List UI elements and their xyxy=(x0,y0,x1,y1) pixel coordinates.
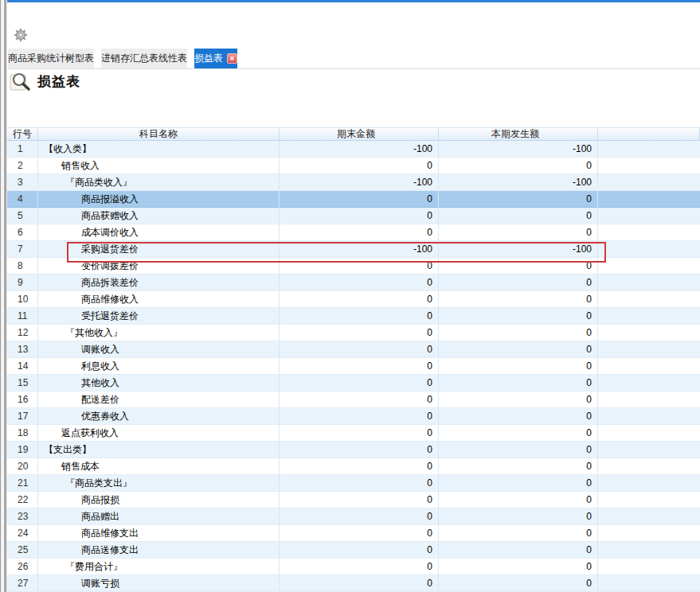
table-row[interactable]: 20 销售成本 0 0 xyxy=(7,458,700,475)
cell-subject-name[interactable]: 商品维修收入 xyxy=(38,291,280,308)
table-row[interactable]: 26 『费用合计』 0 0 xyxy=(7,559,700,575)
cell-current-amount[interactable]: 0 xyxy=(439,375,598,391)
cell-current-amount[interactable]: 0 xyxy=(439,391,598,408)
cell-current-amount[interactable]: 0 xyxy=(439,325,598,341)
document-tab[interactable]: 损益表 × xyxy=(194,49,237,68)
cell-ending-amount[interactable]: 0 xyxy=(280,575,439,592)
close-icon[interactable]: × xyxy=(227,53,237,64)
table-row[interactable]: 27 调账亏损 0 0 xyxy=(7,575,700,592)
cell-ending-amount[interactable]: 0 xyxy=(280,508,439,525)
cell-ending-amount[interactable]: 0 xyxy=(280,475,439,492)
column-header-subject[interactable]: 科目名称 xyxy=(38,128,280,140)
cell-ending-amount[interactable]: 0 xyxy=(280,291,439,308)
table-row[interactable]: 11 受托退货差价 0 0 xyxy=(7,308,700,325)
cell-current-amount[interactable]: 0 xyxy=(439,258,598,275)
table-row[interactable]: 7 采购退货差价 -100 -100 xyxy=(7,241,700,258)
cell-current-amount[interactable]: 0 xyxy=(439,208,598,224)
cell-ending-amount[interactable]: 0 xyxy=(280,442,439,458)
document-tab[interactable]: 进销存汇总表线性表 × xyxy=(101,49,187,68)
table-row[interactable]: 14 利息收入 0 0 xyxy=(7,358,700,375)
cell-subject-name[interactable]: 『商品类收入』 xyxy=(38,174,280,191)
cell-current-amount[interactable]: 0 xyxy=(439,425,598,442)
cell-current-amount[interactable]: 0 xyxy=(439,458,598,475)
table-row[interactable]: 19 【支出类】 0 0 xyxy=(7,442,700,458)
cell-ending-amount[interactable]: 0 xyxy=(280,525,439,542)
column-header-ending[interactable]: 期末金额 xyxy=(280,128,439,140)
cell-current-amount[interactable]: 0 xyxy=(439,191,598,208)
cell-ending-amount[interactable]: 0 xyxy=(280,391,439,408)
cell-ending-amount[interactable]: 0 xyxy=(280,425,439,442)
cell-current-amount[interactable]: 0 xyxy=(439,475,598,492)
table-row[interactable]: 1 【收入类】 -100 -100 xyxy=(7,141,700,158)
cell-subject-name[interactable]: 调账收入 xyxy=(38,341,280,358)
cell-current-amount[interactable]: 0 xyxy=(439,158,598,174)
cell-ending-amount[interactable]: 0 xyxy=(280,458,439,475)
cell-ending-amount[interactable]: 0 xyxy=(280,308,439,325)
cell-current-amount[interactable]: 0 xyxy=(439,542,598,559)
cell-subject-name[interactable]: 采购退货差价 xyxy=(38,241,280,258)
table-row[interactable]: 13 调账收入 0 0 xyxy=(7,341,700,358)
cell-current-amount[interactable]: 0 xyxy=(439,492,598,508)
cell-subject-name[interactable]: 『商品类支出』 xyxy=(38,475,280,492)
table-row[interactable]: 2 销售收入 0 0 xyxy=(7,158,700,174)
cell-ending-amount[interactable]: 0 xyxy=(280,492,439,508)
cell-ending-amount[interactable]: 0 xyxy=(280,224,439,241)
cell-subject-name[interactable]: 【支出类】 xyxy=(38,442,280,458)
cell-ending-amount[interactable]: -100 xyxy=(280,141,439,158)
table-row[interactable]: 12 『其他收入』 0 0 xyxy=(7,325,700,341)
table-row[interactable]: 9 商品拆装差价 0 0 xyxy=(7,275,700,291)
table-row[interactable]: 16 配送差价 0 0 xyxy=(7,391,700,408)
cell-current-amount[interactable]: 0 xyxy=(439,559,598,575)
cell-subject-name[interactable]: 商品拆装差价 xyxy=(38,275,280,291)
column-header-rowno[interactable]: 行号 xyxy=(7,128,38,140)
cell-subject-name[interactable]: 销售成本 xyxy=(38,458,280,475)
cell-ending-amount[interactable]: 0 xyxy=(280,208,439,224)
table-row[interactable]: 25 商品送修支出 0 0 xyxy=(7,542,700,559)
cell-ending-amount[interactable]: -100 xyxy=(280,174,439,191)
cell-subject-name[interactable]: 受托退货差价 xyxy=(38,308,280,325)
cell-subject-name[interactable]: 『费用合计』 xyxy=(38,559,280,575)
cell-subject-name[interactable]: 成本调价收入 xyxy=(38,224,280,241)
table-row[interactable]: 17 优惠券收入 0 0 xyxy=(7,408,700,425)
table-row[interactable]: 15 其他收入 0 0 xyxy=(7,375,700,391)
cell-subject-name[interactable]: 【收入类】 xyxy=(38,141,280,158)
cell-current-amount[interactable]: 0 xyxy=(439,575,598,592)
cell-subject-name[interactable]: 商品获赠收入 xyxy=(38,208,280,224)
cell-ending-amount[interactable]: 0 xyxy=(280,358,439,375)
cell-subject-name[interactable]: 调账亏损 xyxy=(38,575,280,592)
cell-subject-name[interactable]: 商品送修支出 xyxy=(38,542,280,559)
cell-ending-amount[interactable]: 0 xyxy=(280,191,439,208)
table-row[interactable]: 3 『商品类收入』 -100 -100 xyxy=(7,174,700,191)
cell-current-amount[interactable]: 0 xyxy=(439,341,598,358)
cell-ending-amount[interactable]: 0 xyxy=(280,375,439,391)
cell-ending-amount[interactable]: 0 xyxy=(280,158,439,174)
table-row[interactable]: 4 商品报溢收入 0 0 xyxy=(7,191,700,208)
cell-ending-amount[interactable]: 0 xyxy=(280,559,439,575)
cell-current-amount[interactable]: 0 xyxy=(439,275,598,291)
cell-subject-name[interactable]: 配送差价 xyxy=(38,391,280,408)
cell-ending-amount[interactable]: 0 xyxy=(280,341,439,358)
cell-current-amount[interactable]: 0 xyxy=(439,508,598,525)
cell-current-amount[interactable]: -100 xyxy=(439,141,598,158)
cell-subject-name[interactable]: 商品赠出 xyxy=(38,508,280,525)
cell-subject-name[interactable]: 商品报损 xyxy=(38,492,280,508)
cell-current-amount[interactable]: -100 xyxy=(439,174,598,191)
gear-icon[interactable] xyxy=(14,28,28,42)
table-row[interactable]: 6 成本调价收入 0 0 xyxy=(7,224,700,241)
cell-subject-name[interactable]: 商品报溢收入 xyxy=(38,191,280,208)
table-row[interactable]: 10 商品维修收入 0 0 xyxy=(7,291,700,308)
cell-current-amount[interactable]: 0 xyxy=(439,358,598,375)
table-row[interactable]: 18 返点获利收入 0 0 xyxy=(7,425,700,442)
cell-ending-amount[interactable]: 0 xyxy=(280,258,439,275)
cell-subject-name[interactable]: 『其他收入』 xyxy=(38,325,280,341)
cell-current-amount[interactable]: 0 xyxy=(439,308,598,325)
cell-subject-name[interactable]: 利息收入 xyxy=(38,358,280,375)
cell-ending-amount[interactable]: -100 xyxy=(280,241,439,258)
cell-current-amount[interactable]: 0 xyxy=(439,525,598,542)
document-tab[interactable]: 商品采购统计树型表 × xyxy=(8,49,94,68)
cell-ending-amount[interactable]: 0 xyxy=(280,408,439,425)
cell-ending-amount[interactable]: 0 xyxy=(280,542,439,559)
cell-ending-amount[interactable]: 0 xyxy=(280,325,439,341)
cell-current-amount[interactable]: 0 xyxy=(439,224,598,241)
table-row[interactable]: 5 商品获赠收入 0 0 xyxy=(7,208,700,224)
